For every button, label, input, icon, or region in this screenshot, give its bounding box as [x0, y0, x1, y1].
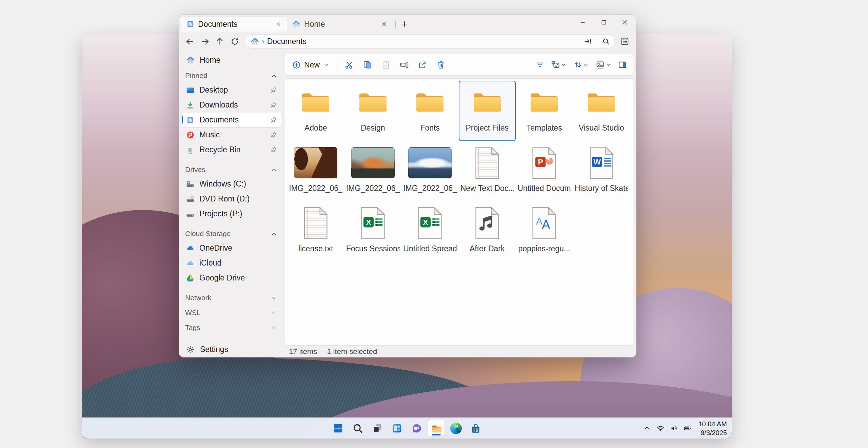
sidebar-item-settings[interactable]: Settings: [179, 341, 283, 357]
sidebar-section-drives[interactable]: Drives: [182, 163, 281, 176]
wifi-icon[interactable]: [655, 423, 666, 434]
tray-expand-icon[interactable]: [641, 423, 653, 434]
sidebar-section-tags[interactable]: Tags: [182, 321, 281, 334]
sidebar-section-cloud-storage[interactable]: Cloud Storage: [182, 227, 281, 240]
pane-icon: [618, 60, 627, 70]
file-tile[interactable]: Visual Studio: [573, 81, 630, 141]
go-to-icon[interactable]: [582, 36, 594, 47]
search-button[interactable]: [600, 36, 612, 47]
file-tile[interactable]: X Untitled Spreads...: [401, 201, 459, 262]
close-tab-icon[interactable]: [273, 19, 283, 29]
maximize-button[interactable]: [593, 15, 614, 30]
cut-icon: [344, 60, 354, 70]
taskbar-edge-icon[interactable]: [448, 420, 464, 436]
file-tile[interactable]: IMG_2022_06_...: [401, 141, 459, 201]
refresh-button[interactable]: [227, 34, 242, 48]
sidebar-item-label: Downloads: [199, 100, 270, 110]
back-button[interactable]: [182, 34, 197, 48]
filter-button[interactable]: [533, 57, 547, 73]
file-tile[interactable]: Fonts: [401, 81, 459, 141]
sidebar-item-windows-c-[interactable]: Windows (C:): [182, 177, 281, 191]
toolbar-separator: [337, 60, 337, 70]
select-button[interactable]: [549, 57, 569, 73]
divider: [597, 38, 597, 45]
tab-documents[interactable]: Documents: [181, 17, 287, 32]
sort-button[interactable]: [571, 57, 591, 73]
file-tile[interactable]: license.txt: [287, 201, 344, 262]
tray-icons: [641, 423, 693, 434]
taskbar-chat-icon[interactable]: [409, 420, 425, 436]
tab-home[interactable]: Home: [287, 17, 393, 32]
file-area: Adobe Design Fonts Project Files Templat…: [284, 78, 633, 346]
delete-button[interactable]: [432, 57, 449, 73]
file-tile[interactable]: Design: [344, 81, 402, 141]
cut-button[interactable]: [341, 57, 358, 73]
sidebar-item-recycle-bin[interactable]: Recycle Bin: [182, 142, 281, 157]
volume-icon[interactable]: [668, 423, 680, 434]
section-title: Drives: [185, 165, 271, 174]
file-tile[interactable]: IMG_2022_06_...: [344, 141, 402, 201]
share-button[interactable]: [414, 57, 431, 73]
onedrive-icon: [186, 244, 195, 253]
breadcrumb-path[interactable]: Documents: [267, 37, 307, 46]
taskbar-store-icon[interactable]: [468, 420, 484, 436]
taskbar-task-view-icon[interactable]: [369, 420, 386, 436]
sidebar-item-projects-p-[interactable]: Projects (P:): [182, 207, 281, 221]
file-tile[interactable]: After Dark: [459, 201, 516, 262]
file-icon: P: [530, 144, 558, 181]
breadcrumb-home-icon[interactable]: [249, 36, 261, 47]
file-tile[interactable]: Adobe: [287, 81, 344, 141]
drive-windows-icon: [186, 180, 195, 189]
file-tile[interactable]: New Text Doc...: [459, 141, 516, 201]
new-button[interactable]: New: [288, 57, 334, 73]
taskbar-start-icon[interactable]: [330, 420, 346, 436]
sidebar-item-google-drive[interactable]: Google Drive: [182, 271, 281, 285]
minimize-button[interactable]: [572, 15, 593, 30]
file-tile[interactable]: IMG_2022_06_...: [287, 141, 344, 201]
taskbar-files-app-icon[interactable]: [428, 420, 445, 436]
file-icon: [528, 84, 560, 121]
battery-icon[interactable]: [682, 423, 693, 434]
tab-label: Documents: [198, 20, 270, 29]
forward-button[interactable]: [197, 34, 212, 48]
sidebar-item-icloud[interactable]: iCloud: [182, 256, 281, 270]
sidebar-item-music[interactable]: Music: [182, 128, 281, 142]
sidebar-item-downloads[interactable]: Downloads: [182, 98, 281, 112]
new-tab-button[interactable]: [398, 18, 411, 30]
image-thumbnail: [294, 147, 337, 178]
preview-pane-button[interactable]: [616, 57, 629, 73]
file-tile[interactable]: X Focus Sessions: [344, 201, 402, 262]
home-icon: [292, 20, 301, 29]
file-tile[interactable]: Project Files: [459, 81, 516, 141]
sidebar-section-wsl[interactable]: WSL: [182, 306, 281, 319]
rename-button[interactable]: [396, 57, 413, 73]
file-icon: [351, 144, 395, 181]
copy-button[interactable]: [359, 57, 376, 73]
close-button[interactable]: [614, 15, 635, 30]
taskbar-search-icon[interactable]: [350, 420, 366, 436]
file-name: Templates: [527, 123, 562, 133]
view-button[interactable]: [593, 57, 614, 73]
sidebar-section-network[interactable]: Network: [182, 291, 281, 305]
breadcrumb[interactable]: › Documents: [245, 34, 615, 48]
sidebar-item-desktop[interactable]: Desktop: [182, 83, 281, 97]
file-tile[interactable]: W History of Skate...: [573, 141, 630, 201]
paste-button[interactable]: [377, 57, 394, 73]
taskbar-widgets-icon[interactable]: [389, 420, 405, 436]
sidebar-item-home[interactable]: Home: [182, 53, 281, 67]
file-tile[interactable]: Templates: [516, 81, 573, 141]
close-tab-icon[interactable]: [379, 19, 389, 29]
sidebar-item-label: iCloud: [199, 258, 277, 268]
sidebar-section-pinned[interactable]: Pinned: [182, 69, 281, 82]
file-tile[interactable]: AA poppins-regu...: [516, 201, 573, 262]
details-pane-button[interactable]: [618, 34, 632, 48]
taskbar-clock[interactable]: 10:04 AM 9/3/2025: [698, 420, 727, 437]
file-name: IMG_2022_06_...: [346, 184, 400, 193]
file-tile[interactable]: P Untitled Docum...: [516, 141, 573, 201]
sidebar-item-onedrive[interactable]: OneDrive: [182, 241, 281, 255]
sidebar-item-label: Music: [199, 130, 270, 139]
sidebar-item-documents[interactable]: Documents: [182, 113, 281, 127]
up-button[interactable]: [212, 34, 227, 48]
sidebar-item-dvd-rom-d-[interactable]: DVD Rom (D:): [182, 192, 281, 206]
chevron-up-icon: [271, 166, 277, 173]
